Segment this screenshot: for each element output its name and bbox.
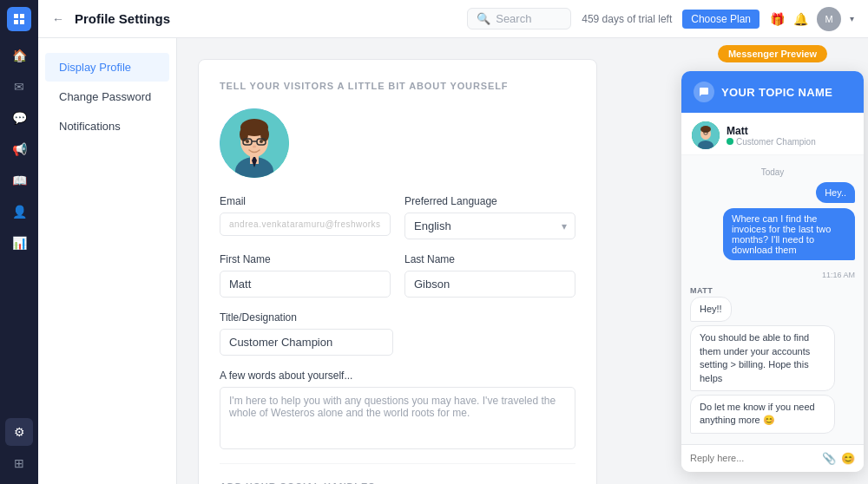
svg-point-13	[253, 146, 256, 148]
email-label: Email	[220, 195, 391, 207]
nav-icon-contacts[interactable]: 👤	[5, 198, 33, 226]
nav-icon-home[interactable]: 🏠	[5, 42, 33, 69]
last-name-input[interactable]	[404, 271, 575, 298]
name-row: First Name Last Name	[220, 253, 575, 298]
title-group: Title/Designation	[220, 311, 575, 356]
bell-icon[interactable]: 🔔	[793, 12, 808, 26]
nav-icon-campaigns[interactable]: 📢	[5, 135, 33, 163]
settings-sidebar: Display Profile Change Password Notifica…	[38, 38, 177, 484]
section-title: TELL YOUR VISITORS A LITTLE BIT ABOUT YO…	[220, 81, 575, 91]
search-placeholder: Search	[496, 12, 531, 25]
preferred-language-label: Preferred Language	[404, 195, 575, 207]
email-group: Email	[220, 195, 391, 239]
agent-bubble-instructions: You should be able to find them under yo…	[690, 325, 855, 391]
title-input[interactable]	[220, 329, 393, 356]
email-input[interactable]	[220, 213, 391, 236]
agent-role: Customer Champion	[727, 137, 816, 147]
messenger-widget: YOUR TOPIC NAME Matt	[681, 71, 864, 472]
svg-point-20	[727, 138, 733, 145]
main-layout: Display Profile Change Password Notifica…	[38, 38, 868, 484]
reply-input[interactable]	[690, 453, 817, 463]
bio-label: A few words about yourself...	[220, 370, 575, 382]
sidebar-item-notifications[interactable]: Notifications	[45, 112, 169, 141]
reply-icons: 📎 😊	[822, 452, 855, 465]
agent-sender-label: MATT	[690, 286, 855, 295]
back-button[interactable]: ←	[52, 12, 64, 26]
search-box[interactable]: 🔍 Search	[467, 8, 571, 29]
nav-icon-reports[interactable]: 📊	[5, 229, 33, 257]
svg-point-18	[700, 126, 711, 133]
left-navigation: 🏠 ✉ 💬 📢 📖 👤 📊 ⚙ ⊞	[0, 0, 38, 484]
visitor-bubble-invoice: Where can I find the invoices for the la…	[690, 208, 855, 260]
nav-icon-grid[interactable]: ⊞	[5, 449, 33, 477]
chat-area: Today Hey.. Where can I find the invoice…	[681, 155, 864, 444]
attachment-icon[interactable]: 📎	[822, 452, 836, 465]
first-name-label: First Name	[220, 253, 391, 265]
reply-area: 📎 😊	[681, 444, 864, 472]
chevron-down-icon[interactable]: ▾	[850, 14, 854, 23]
user-avatar-large[interactable]	[220, 108, 289, 178]
messenger-preview-badge: Messenger Preview	[718, 45, 827, 62]
first-name-group: First Name	[220, 253, 391, 298]
svg-point-12	[260, 140, 263, 143]
bio-textarea[interactable]: I'm here to help you with any questions …	[220, 387, 575, 449]
app-logo[interactable]	[7, 7, 31, 31]
messenger-widget-title: YOUR TOPIC NAME	[721, 86, 832, 99]
profile-form-card: TELL YOUR VISITORS A LITTLE BIT ABOUT YO…	[198, 59, 597, 484]
title-label: Title/Designation	[220, 311, 575, 324]
last-name-label: Last Name	[404, 253, 575, 265]
messenger-header: YOUR TOPIC NAME	[681, 71, 864, 113]
preferred-language-group: Preferred Language English	[404, 195, 575, 239]
content-area: TELL YOUR VISITORS A LITTLE BIT ABOUT YO…	[177, 38, 677, 484]
trial-text: 459 days of trial left	[582, 13, 672, 25]
search-icon: 🔍	[477, 12, 490, 25]
last-name-group: Last Name	[404, 253, 575, 298]
sidebar-item-change-password[interactable]: Change Password	[45, 82, 169, 111]
messenger-logo-icon	[694, 82, 714, 102]
agent-bubble-letme: Do let me know if you need anything more…	[690, 395, 855, 434]
visitor-bubble-hey: Hey..	[690, 182, 855, 203]
agent-name: Matt	[727, 125, 816, 137]
nav-icon-chat[interactable]: 💬	[5, 104, 33, 132]
svg-point-11	[246, 140, 249, 143]
nav-icon-settings[interactable]: ⚙	[5, 418, 33, 446]
visitor-message-invoice: Where can I find the invoices for the la…	[723, 208, 855, 260]
first-name-input[interactable]	[220, 271, 391, 298]
section-divider	[220, 463, 575, 464]
back-arrow-icon: ←	[52, 12, 64, 26]
chat-date-divider: Today	[690, 167, 855, 177]
page-title: Profile Settings	[75, 11, 170, 26]
nav-icon-inbox[interactable]: ✉	[5, 73, 33, 101]
top-header: ← Profile Settings 🔍 Search 459 days of …	[38, 0, 868, 38]
choose-plan-button[interactable]: Choose Plan	[682, 10, 760, 29]
agent-message-hey: Hey!!	[690, 297, 732, 322]
message-time: 11:16 AM	[822, 271, 855, 279]
language-select[interactable]: English	[404, 213, 575, 239]
user-avatar[interactable]: M	[817, 7, 841, 31]
agent-info: Matt Customer Champion	[727, 125, 816, 147]
bio-group: A few words about yourself... I'm here t…	[220, 370, 575, 449]
visitor-message-hey: Hey..	[816, 182, 855, 203]
email-language-row: Email Preferred Language English	[220, 195, 575, 239]
agent-bubble-hey: Hey!!	[690, 297, 855, 322]
agent-message-letme: Do let me know if you need anything more…	[690, 395, 835, 434]
emoji-icon[interactable]: 😊	[841, 452, 855, 465]
nav-icon-knowledge[interactable]: 📖	[5, 167, 33, 194]
sidebar-item-display-profile[interactable]: Display Profile	[45, 53, 169, 82]
header-icons: 🎁 🔔 M ▾	[770, 7, 854, 31]
messenger-preview-panel: Messenger Preview YOUR TOPIC NAME	[677, 38, 868, 484]
language-select-wrapper: English	[404, 213, 575, 239]
agent-message-instructions: You should be able to find them under yo…	[690, 325, 835, 391]
messenger-agent-row: Matt Customer Champion	[681, 113, 864, 155]
gift-icon[interactable]: 🎁	[770, 12, 785, 26]
agent-avatar	[692, 121, 720, 149]
